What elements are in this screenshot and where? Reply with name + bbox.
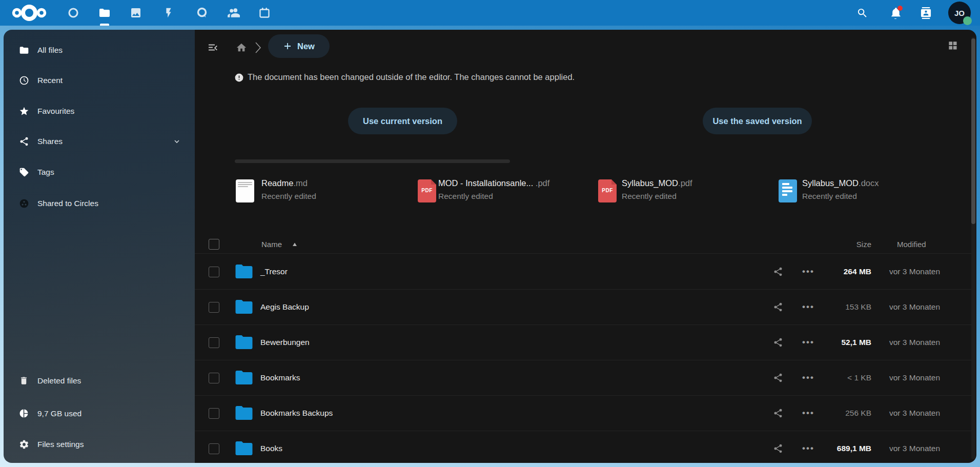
sidebar-item-quota[interactable]: 9,7 GB used	[8, 402, 191, 425]
share-action-icon[interactable]	[773, 337, 783, 348]
calendar-icon	[258, 7, 271, 19]
app-contacts[interactable]	[222, 0, 244, 26]
file-modified: vor 3 Monaten	[889, 338, 940, 347]
file-name: Bewerbungen	[260, 338, 310, 347]
sidebar-item-shared-to-circles[interactable]: Shared to Circles	[8, 192, 191, 215]
row-checkbox[interactable]	[209, 408, 219, 419]
folder-icon	[235, 298, 253, 315]
breadcrumb-chevron-icon	[253, 41, 262, 54]
nextcloud-logo[interactable]	[10, 2, 48, 24]
scrollbar-thumb[interactable]	[971, 38, 975, 224]
column-header-name[interactable]: Name	[261, 240, 282, 249]
sidebar-item-label: Shares	[37, 137, 63, 146]
column-header-size[interactable]: Size	[806, 240, 871, 249]
sidebar-item-tags[interactable]: Tags	[8, 161, 191, 184]
sidebar-item-favourites[interactable]: Favourites	[8, 100, 191, 123]
table-row[interactable]: Books ••• 689,1 MB vor 3 Monaten	[195, 431, 972, 463]
sidebar-item-all-files[interactable]: All files	[8, 39, 191, 62]
share-action-icon[interactable]	[773, 373, 783, 383]
recent-file-name: MOD - Installationsanle...	[438, 178, 533, 188]
sort-ascending-icon	[292, 242, 298, 247]
recent-file-ext: .pdf	[533, 178, 549, 188]
recent-strip-scrollbar[interactable]	[235, 159, 510, 163]
sidebar-item-shares[interactable]: Shares	[8, 130, 191, 153]
file-modified: vor 3 Monaten	[889, 444, 940, 453]
new-button[interactable]: New	[268, 34, 330, 58]
alert-icon	[234, 73, 244, 83]
file-modified: vor 3 Monaten	[889, 409, 940, 418]
file-modified: vor 3 Monaten	[889, 267, 940, 276]
app-calendar[interactable]	[253, 0, 276, 26]
notification-dot	[897, 6, 903, 11]
recent-file-subtitle: Recently edited	[261, 192, 316, 201]
row-checkbox[interactable]	[209, 267, 219, 277]
top-bar: JO	[0, 0, 980, 26]
search-button[interactable]	[851, 0, 873, 26]
share-icon	[19, 136, 29, 147]
table-row[interactable]: Bookmarks Backups ••• 256 KB vor 3 Monat…	[195, 395, 972, 431]
share-action-icon[interactable]	[773, 267, 783, 277]
chevron-down-icon[interactable]	[173, 137, 181, 146]
use-saved-version-button[interactable]: Use the saved version	[703, 108, 812, 134]
table-row[interactable]: Bookmarks ••• < 1 KB vor 3 Monaten	[195, 360, 972, 396]
folder-icon	[235, 404, 253, 421]
collapse-sidebar-button[interactable]	[207, 42, 219, 54]
sidebar-item-label: Deleted files	[37, 376, 81, 385]
share-action-icon[interactable]	[773, 408, 783, 418]
avatar-initials: JO	[954, 9, 965, 17]
contacts-menu-button[interactable]	[914, 0, 937, 26]
menu-collapse-icon	[207, 42, 219, 54]
app-activity[interactable]	[157, 0, 180, 26]
recent-file-subtitle: Recently edited	[802, 192, 857, 201]
pdf-file-icon: PDF	[418, 179, 436, 202]
file-size: 153 KB	[800, 302, 871, 312]
folder-icon	[235, 369, 253, 386]
sidebar-item-label: Recent	[37, 76, 63, 85]
file-modified: vor 3 Monaten	[889, 302, 940, 312]
talk-icon	[196, 7, 208, 19]
breadcrumb-home[interactable]	[236, 42, 247, 53]
sidebar-item-files-settings[interactable]: Files settings	[8, 433, 191, 456]
row-checkbox[interactable]	[209, 373, 219, 383]
file-name: Books	[260, 444, 282, 453]
sidebar-item-label: Shared to Circles	[37, 199, 98, 208]
row-checkbox[interactable]	[209, 302, 219, 313]
home-icon	[236, 42, 247, 53]
share-action-icon[interactable]	[773, 302, 783, 312]
scrollbar-track	[971, 37, 975, 459]
sidebar-item-label: Tags	[37, 168, 54, 177]
column-header-modified[interactable]: Modified	[897, 240, 926, 249]
dashboard-icon	[67, 7, 79, 19]
app-dashboard[interactable]	[62, 0, 85, 26]
sidebar-item-deleted-files[interactable]: Deleted files	[8, 370, 191, 392]
row-checkbox[interactable]	[209, 337, 219, 348]
folder-icon	[235, 263, 253, 280]
app-files[interactable]	[93, 0, 116, 26]
app-photos[interactable]	[125, 0, 147, 26]
pie-chart-icon	[19, 409, 29, 419]
notifications-button[interactable]	[884, 0, 906, 26]
table-row[interactable]: _Tresor ••• 264 MB vor 3 Monaten	[195, 254, 972, 290]
recent-file-subtitle: Recently edited	[438, 192, 493, 201]
avatar[interactable]: JO	[948, 2, 971, 24]
app-talk[interactable]	[191, 0, 213, 26]
share-action-icon[interactable]	[773, 443, 783, 454]
grid-view-toggle[interactable]	[947, 40, 959, 52]
table-row[interactable]: Bewerbungen ••• 52,1 MB vor 3 Monaten	[195, 324, 972, 360]
file-name: Bookmarks Backups	[260, 409, 333, 418]
recent-file-ext: .pdf	[678, 178, 692, 188]
row-checkbox[interactable]	[209, 443, 219, 454]
recent-file-subtitle: Recently edited	[622, 192, 677, 201]
sidebar-item-label: All files	[37, 46, 63, 55]
use-current-version-button[interactable]: Use current version	[348, 108, 457, 134]
select-all-checkbox[interactable]	[209, 239, 219, 250]
files-content: New The document has been changed outsid…	[195, 30, 976, 463]
trash-icon	[19, 376, 29, 386]
table-row[interactable]: Aegis Backup ••• 153 KB vor 3 Monaten	[195, 289, 972, 325]
sidebar-item-recent[interactable]: Recent	[8, 69, 191, 92]
file-size: < 1 KB	[800, 373, 871, 382]
sidebar-item-label: Files settings	[37, 440, 84, 449]
star-icon	[19, 106, 29, 116]
contacts-icon	[227, 6, 240, 19]
markdown-file-icon	[236, 179, 254, 202]
